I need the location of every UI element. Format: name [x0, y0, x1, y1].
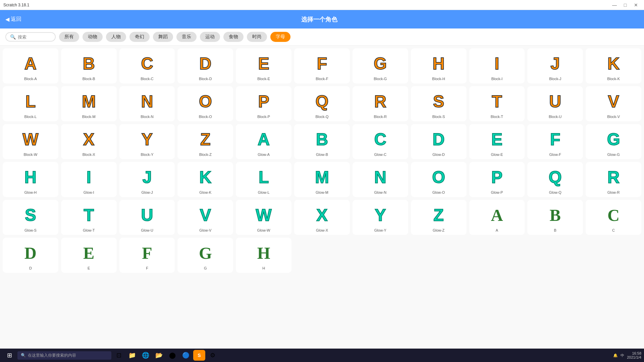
chrome-icon[interactable]: ⬤: [166, 350, 178, 361]
close-button[interactable]: ✕: [631, 1, 641, 9]
sprite-card-glow-u[interactable]: UGlow-U: [119, 200, 175, 235]
sprite-card-green-d[interactable]: DD: [3, 238, 58, 273]
sprite-grid-container: ABlock-ABBlock-BCBlock-CDBlock-DEBlock-E…: [0, 46, 644, 348]
sprite-card-green-e[interactable]: EE: [61, 238, 117, 273]
taskbar-date: 2021/1/4: [627, 355, 641, 359]
sprite-card-block-f[interactable]: FBlock-F: [294, 48, 350, 83]
sprite-card-glow-o[interactable]: OGlow-O: [411, 162, 467, 197]
start-button[interactable]: ⊞: [3, 350, 16, 361]
sprite-card-block-h[interactable]: HBlock-H: [411, 48, 467, 83]
sprite-img-block-c: C: [141, 52, 153, 75]
back-button[interactable]: ◀ 返回: [5, 16, 21, 23]
sprite-card-glow-h[interactable]: HGlow-H: [3, 162, 58, 197]
sprite-card-block-i[interactable]: IBlock-I: [469, 48, 525, 83]
settings-icon[interactable]: ⚙: [207, 350, 219, 361]
sprite-label-block-t: Block-T: [491, 115, 503, 119]
sprite-card-glow-j[interactable]: JGlow-J: [119, 162, 175, 197]
search-box[interactable]: 🔍: [5, 32, 56, 42]
category-fashion[interactable]: 时尚: [247, 32, 267, 42]
sprite-label-block-i: Block-I: [491, 77, 503, 81]
scratch-app-icon[interactable]: S: [193, 350, 205, 361]
category-animal[interactable]: 动物: [83, 32, 103, 42]
sprite-card-block-m[interactable]: MBlock-M: [61, 86, 117, 121]
sprite-card-glow-d[interactable]: DGlow-D: [411, 124, 467, 159]
sprite-card-block-n[interactable]: NBlock-N: [119, 86, 175, 121]
sprite-card-glow-i[interactable]: IGlow-I: [61, 162, 117, 197]
sprite-card-block-x[interactable]: XBlock-X: [61, 124, 117, 159]
sprite-card-glow-q[interactable]: QGlow-Q: [527, 162, 583, 197]
maximize-button[interactable]: □: [621, 1, 630, 9]
sprite-card-block-c[interactable]: CBlock-C: [119, 48, 175, 83]
sprite-card-block-e[interactable]: EBlock-E: [236, 48, 291, 83]
sprite-card-glow-s[interactable]: SGlow-S: [3, 200, 58, 235]
task-view-icon[interactable]: ⊡: [113, 350, 125, 361]
folder-icon[interactable]: 📂: [153, 350, 165, 361]
sprite-card-block-w[interactable]: WBlock-W: [3, 124, 58, 159]
sprite-card-glow-k[interactable]: KGlow-K: [177, 162, 233, 197]
sprite-card-block-t[interactable]: TBlock-T: [469, 86, 525, 121]
file-explorer-icon[interactable]: 📁: [126, 350, 138, 361]
sprite-card-green-h[interactable]: HH: [236, 238, 291, 273]
sprite-card-block-v[interactable]: VBlock-V: [586, 86, 641, 121]
sprite-card-glow-c[interactable]: CGlow-C: [353, 124, 408, 159]
letter-glow-j: J: [143, 169, 152, 186]
sprite-card-glow-p[interactable]: PGlow-P: [469, 162, 525, 197]
letter-block-r: R: [374, 93, 386, 110]
sprite-card-glow-y[interactable]: YGlow-Y: [353, 200, 408, 235]
minimize-button[interactable]: —: [610, 1, 619, 9]
sprite-card-block-d[interactable]: DBlock-D: [177, 48, 233, 83]
sprite-card-glow-b[interactable]: BGlow-B: [294, 124, 350, 159]
sprite-card-block-z[interactable]: ZBlock-Z: [177, 124, 233, 159]
sprite-card-green-f[interactable]: FF: [119, 238, 175, 273]
category-letter[interactable]: 字母: [270, 32, 290, 42]
sprite-card-block-g[interactable]: GBlock-G: [353, 48, 408, 83]
category-fantasy[interactable]: 奇幻: [129, 32, 150, 42]
sprite-card-block-r[interactable]: RBlock-R: [353, 86, 408, 121]
sprite-card-glow-n[interactable]: NGlow-N: [353, 162, 408, 197]
category-people[interactable]: 人物: [106, 32, 126, 42]
sprite-card-block-u[interactable]: UBlock-U: [527, 86, 583, 121]
sprite-card-glow-l[interactable]: LGlow-L: [236, 162, 291, 197]
sprite-card-block-b[interactable]: BBlock-B: [61, 48, 117, 83]
sprite-label-glow-u: Glow-U: [141, 228, 153, 232]
sprite-card-block-s[interactable]: SBlock-S: [411, 86, 467, 121]
category-food[interactable]: 食物: [223, 32, 244, 42]
sprite-card-glow-r[interactable]: RGlow-R: [586, 162, 641, 197]
sprite-card-green-c[interactable]: CC: [586, 200, 641, 235]
taskbar-search[interactable]: 🔍 在这里输入你要搜索的内容: [17, 351, 111, 360]
sprite-card-glow-g[interactable]: GGlow-G: [586, 124, 641, 159]
category-music[interactable]: 音乐: [176, 32, 197, 42]
sprite-card-glow-e[interactable]: EGlow-E: [469, 124, 525, 159]
category-sport[interactable]: 运动: [200, 32, 220, 42]
sprite-card-block-o[interactable]: OBlock-O: [177, 86, 233, 121]
sprite-card-glow-x[interactable]: XGlow-X: [294, 200, 350, 235]
sprite-card-glow-z[interactable]: ZGlow-Z: [411, 200, 467, 235]
edge-icon[interactable]: 🌐: [140, 350, 152, 361]
search-input[interactable]: [18, 35, 51, 40]
sprite-card-block-p[interactable]: PBlock-P: [236, 86, 291, 121]
chrome2-icon[interactable]: 🔵: [180, 350, 192, 361]
category-all[interactable]: 所有: [59, 32, 79, 42]
sprite-card-glow-m[interactable]: MGlow-M: [294, 162, 350, 197]
sprite-card-glow-f[interactable]: FGlow-F: [527, 124, 583, 159]
sprite-card-block-y[interactable]: YBlock-Y: [119, 124, 175, 159]
sprite-card-block-a[interactable]: ABlock-A: [3, 48, 58, 83]
sprite-card-glow-w[interactable]: WGlow-W: [236, 200, 291, 235]
sprite-img-glow-k: K: [199, 166, 211, 189]
sprite-img-block-v: V: [608, 90, 619, 113]
sprite-card-green-b[interactable]: BB: [527, 200, 583, 235]
category-dance[interactable]: 舞蹈: [153, 32, 173, 42]
sprite-label-glow-t: Glow-T: [83, 228, 95, 232]
sprite-card-glow-v[interactable]: VGlow-V: [177, 200, 233, 235]
sprite-card-block-j[interactable]: JBlock-J: [527, 48, 583, 83]
sprite-card-block-l[interactable]: LBlock-L: [3, 86, 58, 121]
sprite-img-green-d: D: [24, 241, 37, 265]
sprite-card-block-k[interactable]: KBlock-K: [586, 48, 641, 83]
sprite-card-glow-a[interactable]: AGlow-A: [236, 124, 291, 159]
sprite-card-green-a[interactable]: AA: [469, 200, 525, 235]
sprite-card-glow-t[interactable]: TGlow-T: [61, 200, 117, 235]
sprite-label-block-a: Block-A: [24, 77, 37, 81]
sprite-card-block-q[interactable]: QBlock-Q: [294, 86, 350, 121]
sprite-card-green-g[interactable]: GG: [177, 238, 233, 273]
letter-glow-t: T: [84, 207, 94, 224]
